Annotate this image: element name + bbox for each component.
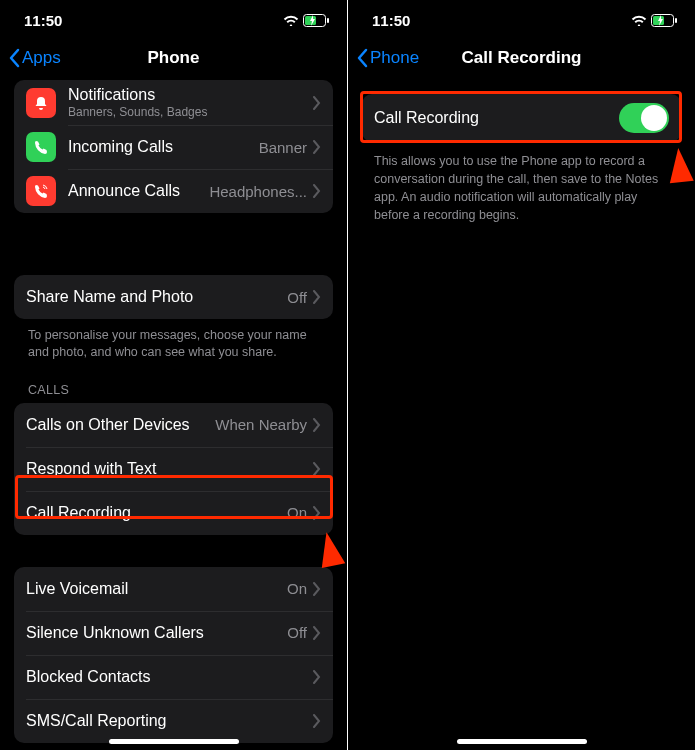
incoming-calls-icon — [26, 132, 56, 162]
chevron-right-icon — [313, 140, 321, 154]
row-call-recording-toggle: Call Recording — [362, 94, 681, 142]
row-title: Share Name and Photo — [26, 288, 279, 306]
row-value: Banner — [259, 139, 307, 156]
row-title: SMS/Call Reporting — [26, 712, 307, 730]
row-title: Call Recording — [374, 109, 619, 127]
back-button[interactable]: Apps — [8, 48, 61, 68]
chevron-right-icon — [313, 96, 321, 110]
calls-section-header: CALLS — [14, 361, 333, 403]
row-notifications[interactable]: Notifications Banners, Sounds, Badges — [14, 80, 333, 125]
row-announce-calls[interactable]: Announce Calls Headphones... — [14, 169, 333, 213]
status-time: 11:50 — [372, 12, 410, 29]
announce-calls-icon — [26, 176, 56, 206]
row-title: Blocked Contacts — [26, 668, 307, 686]
row-silence-unknown[interactable]: Silence Unknown Callers Off — [14, 611, 333, 655]
row-respond-with-text[interactable]: Respond with Text — [14, 447, 333, 491]
row-value: On — [287, 580, 307, 597]
row-share-name-photo[interactable]: Share Name and Photo Off — [14, 275, 333, 319]
back-button[interactable]: Phone — [356, 48, 419, 68]
row-value: When Nearby — [215, 416, 307, 433]
row-incoming-calls[interactable]: Incoming Calls Banner — [14, 125, 333, 169]
status-bar: 11:50 — [0, 0, 347, 36]
chevron-right-icon — [313, 462, 321, 476]
row-title: Notifications — [68, 86, 307, 104]
chevron-left-icon — [356, 48, 368, 68]
row-title: Live Voicemail — [26, 580, 279, 598]
row-title: Silence Unknown Callers — [26, 624, 279, 642]
wifi-icon — [631, 14, 647, 26]
call-recording-screen: 11:50 Phone Call Recording Call Recordin… — [348, 0, 695, 750]
row-value: Off — [287, 289, 307, 306]
row-title: Announce Calls — [68, 182, 201, 200]
phone-settings-screen: 11:50 Apps Phone Notifications Banners, … — [0, 0, 347, 750]
row-blocked-contacts[interactable]: Blocked Contacts — [14, 655, 333, 699]
status-time: 11:50 — [24, 12, 62, 29]
row-call-recording[interactable]: Call Recording On — [14, 491, 333, 535]
chevron-right-icon — [313, 714, 321, 728]
row-value: Headphones... — [209, 183, 307, 200]
status-bar: 11:50 — [348, 0, 695, 36]
chevron-right-icon — [313, 670, 321, 684]
wifi-icon — [283, 14, 299, 26]
home-indicator[interactable] — [457, 739, 587, 744]
back-label: Phone — [370, 48, 419, 68]
back-label: Apps — [22, 48, 61, 68]
group-call-recording: Call Recording — [362, 94, 681, 142]
chevron-right-icon — [313, 506, 321, 520]
group-misc: Live Voicemail On Silence Unknown Caller… — [14, 567, 333, 743]
group-share: Share Name and Photo Off — [14, 275, 333, 319]
group-alerts: Notifications Banners, Sounds, Badges In… — [14, 80, 333, 213]
call-recording-toggle[interactable] — [619, 103, 669, 133]
share-footer: To personalise your messages, choose you… — [14, 319, 333, 361]
row-sms-call-reporting[interactable]: SMS/Call Reporting — [14, 699, 333, 743]
row-subtitle: Banners, Sounds, Badges — [68, 105, 307, 119]
nav-bar: Apps Phone — [0, 36, 347, 80]
chevron-right-icon — [313, 290, 321, 304]
chevron-right-icon — [313, 184, 321, 198]
status-icons — [631, 14, 677, 27]
notifications-icon — [26, 88, 56, 118]
row-title: Call Recording — [26, 504, 279, 522]
row-title: Calls on Other Devices — [26, 416, 207, 434]
row-title: Incoming Calls — [68, 138, 251, 156]
row-calls-other-devices[interactable]: Calls on Other Devices When Nearby — [14, 403, 333, 447]
row-title: Respond with Text — [26, 460, 307, 478]
chevron-right-icon — [313, 582, 321, 596]
chevron-left-icon — [8, 48, 20, 68]
battery-icon — [303, 14, 329, 27]
chevron-right-icon — [313, 626, 321, 640]
row-value: Off — [287, 624, 307, 641]
row-value: On — [287, 504, 307, 521]
group-calls: Calls on Other Devices When Nearby Respo… — [14, 403, 333, 535]
home-indicator[interactable] — [109, 739, 239, 744]
nav-bar: Phone Call Recording — [348, 36, 695, 80]
battery-icon — [651, 14, 677, 27]
call-recording-description: This allows you to use the Phone app to … — [348, 142, 695, 225]
svg-rect-5 — [675, 18, 677, 23]
svg-rect-2 — [327, 18, 329, 23]
row-live-voicemail[interactable]: Live Voicemail On — [14, 567, 333, 611]
chevron-right-icon — [313, 418, 321, 432]
status-icons — [283, 14, 329, 27]
